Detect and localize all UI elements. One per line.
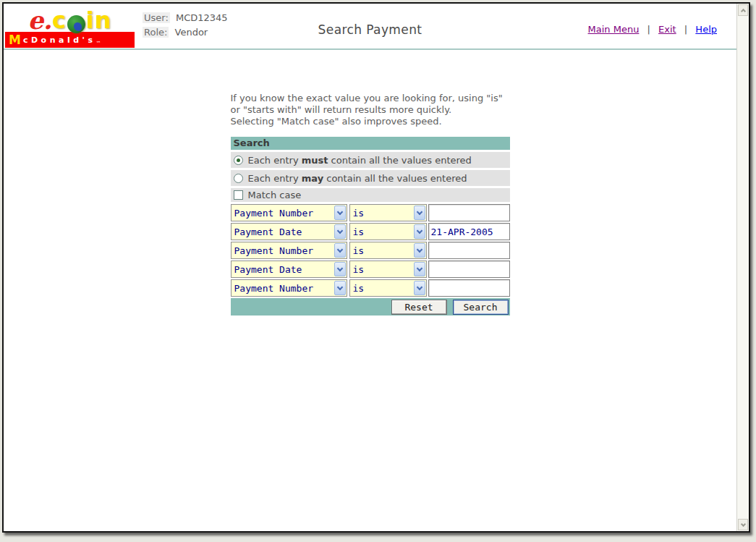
chevron-down-icon[interactable] [414, 206, 425, 220]
field-select[interactable]: Payment Date [231, 261, 347, 278]
radio-must-suffix: contain all the values entered [328, 155, 471, 166]
field-select-value: Payment Date [234, 226, 302, 237]
field-select[interactable]: Payment Date [231, 223, 347, 240]
chevron-down-icon[interactable] [334, 206, 346, 220]
criteria-row: Payment Date is [231, 261, 510, 278]
chevron-down-icon[interactable] [334, 262, 346, 276]
trademark-symbol: ™ [95, 41, 101, 46]
reset-button[interactable]: Reset [391, 300, 447, 315]
field-select-value: Payment Number [234, 208, 314, 219]
exit-link[interactable]: Exit [658, 24, 676, 35]
link-separator: | [684, 24, 687, 35]
intro-line: or "starts with" will return results mor… [231, 104, 510, 116]
intro-text: If you know the exact value you are look… [231, 93, 510, 127]
operator-select[interactable]: is [349, 204, 427, 221]
value-input[interactable] [428, 242, 510, 259]
value-input[interactable] [428, 204, 510, 221]
operator-select[interactable]: is [349, 279, 427, 297]
value-input[interactable] [428, 223, 510, 240]
chevron-down-icon[interactable] [334, 224, 346, 239]
operator-select-value: is [353, 283, 365, 294]
field-select[interactable]: Payment Number [231, 242, 347, 259]
page-body: e.cin M cDonald's ™ User: MCD12345 Role:… [4, 4, 736, 531]
field-select[interactable]: Payment Number [231, 279, 347, 297]
user-label: User: [143, 12, 170, 23]
search-button[interactable]: Search [453, 300, 509, 315]
scroll-down-icon[interactable] [738, 519, 748, 530]
value-input[interactable] [428, 261, 510, 278]
user-value: MCD12345 [176, 12, 228, 23]
operator-select-value: is [353, 264, 365, 275]
criteria-row: Payment Number is [231, 279, 510, 297]
radio-may-label: Each entry may contain all the values en… [248, 173, 467, 184]
operator-select[interactable]: is [349, 223, 427, 240]
radio-may[interactable] [234, 174, 243, 183]
help-link[interactable]: Help [695, 24, 717, 35]
chevron-down-icon[interactable] [334, 243, 346, 258]
search-content: If you know the exact value you are look… [231, 93, 510, 316]
operator-select-value: is [353, 245, 365, 256]
operator-select[interactable]: is [349, 261, 427, 278]
radio-must[interactable] [234, 156, 243, 165]
radio-may-suffix: contain all the values entered [323, 173, 467, 184]
criteria-row: Payment Number is [231, 204, 510, 221]
field-select-value: Payment Number [234, 283, 314, 294]
chevron-down-icon[interactable] [414, 281, 425, 295]
radio-must-label: Each entry must contain all the values e… [248, 155, 472, 166]
criteria-row: Payment Number is [231, 242, 510, 259]
scroll-up-icon[interactable] [738, 4, 748, 16]
user-row: User: MCD12345 [143, 12, 228, 23]
match-case-label: Match case [248, 190, 302, 200]
main-menu-link[interactable]: Main Menu [588, 24, 640, 35]
operator-select-value: is [353, 208, 365, 219]
chevron-down-icon[interactable] [334, 281, 346, 295]
option-row-may[interactable]: Each entry may contain all the values en… [231, 170, 510, 186]
operator-select[interactable]: is [349, 242, 427, 259]
operator-select-value: is [353, 226, 365, 237]
search-panel-header: Search [231, 137, 510, 150]
intro-line: If you know the exact value you are look… [231, 93, 510, 104]
chevron-down-icon[interactable] [414, 243, 425, 258]
criteria-rows: Payment Number is Payment Date [231, 204, 510, 297]
value-input[interactable] [428, 279, 510, 297]
button-bar: Reset Search [231, 298, 510, 316]
radio-may-prefix: Each entry [248, 173, 302, 184]
option-row-must[interactable]: Each entry must contain all the values e… [231, 152, 510, 168]
criteria-row: Payment Date is [231, 223, 510, 240]
intro-line: Selecting "Match case" also improves spe… [231, 116, 510, 127]
app-window: e.cin M cDonald's ™ User: MCD12345 Role:… [2, 2, 750, 533]
chevron-down-icon[interactable] [414, 262, 425, 276]
field-select-value: Payment Date [234, 264, 302, 275]
radio-may-bold: may [302, 173, 323, 184]
nav-links: Main Menu | Exit | Help [588, 24, 717, 35]
vertical-scrollbar[interactable] [736, 4, 749, 531]
chevron-down-icon[interactable] [414, 224, 425, 239]
link-separator: | [647, 24, 650, 35]
field-select[interactable]: Payment Number [231, 204, 347, 221]
radio-must-bold: must [302, 155, 328, 166]
field-select-value: Payment Number [234, 245, 314, 256]
header: e.cin M cDonald's ™ User: MCD12345 Role:… [4, 4, 736, 50]
radio-must-prefix: Each entry [248, 155, 302, 166]
option-row-match-case[interactable]: Match case [231, 188, 510, 202]
match-case-checkbox[interactable] [234, 190, 243, 200]
search-panel: Search Each entry must contain all the v… [231, 137, 510, 316]
